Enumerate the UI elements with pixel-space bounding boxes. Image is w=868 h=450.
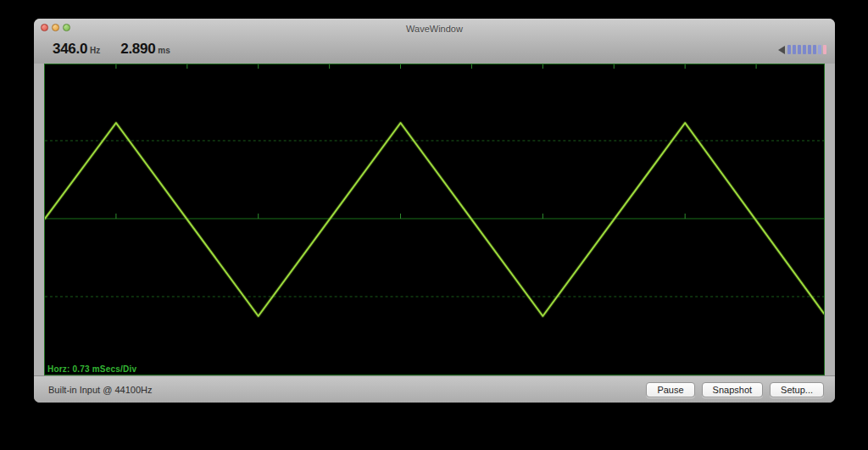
frequency-readout: 346.0 Hz [53,41,100,58]
statusbar: Built-in Input @ 44100Hz Pause Snapshot … [34,375,835,403]
setup-button[interactable]: Setup... [770,382,824,397]
period-unit: ms [158,46,170,55]
input-source-label: Built-in Input @ 44100Hz [48,385,152,395]
traffic-lights [41,24,70,31]
level-meter-segment [793,45,796,54]
horizontal-scale-label: Horz: 0.73 mSecs/Div [47,364,136,374]
pause-button[interactable]: Pause [646,382,694,397]
level-meter-segment [803,45,806,54]
level-meter-segment [808,45,811,54]
input-level-meter [778,45,826,54]
window-header: WaveWindow 346.0 Hz 2.890 ms [34,19,835,64]
measurement-readouts: 346.0 Hz 2.890 ms [53,41,170,58]
oscilloscope-display: Horz: 0.73 mSecs/Div [44,64,825,375]
window-title: WaveWindow [34,19,835,34]
level-meter-segment [787,45,791,54]
speaker-icon [778,46,785,54]
level-meter-segment [818,45,821,54]
level-meter-bars [787,45,826,54]
snapshot-button[interactable]: Snapshot [702,382,763,397]
wavewindow-app-window: WaveWindow 346.0 Hz 2.890 ms Horz: 0.73 … [34,19,835,403]
statusbar-buttons: Pause Snapshot Setup... [646,382,824,397]
level-meter-segment [823,45,826,54]
period-value: 2.890 [120,41,155,58]
close-button[interactable] [41,24,48,31]
level-meter-segment [798,45,801,54]
period-readout: 2.890 ms [120,41,170,58]
desktop-background: { "window": { "title": "WaveWindow" }, "… [0,0,868,450]
level-meter-segment [813,45,816,54]
minimize-button[interactable] [52,24,59,31]
zoom-button[interactable] [63,24,70,31]
titlebar[interactable]: WaveWindow [34,19,835,36]
frequency-value: 346.0 [53,41,87,58]
waveform-plot [45,64,824,375]
frequency-unit: Hz [90,46,100,55]
waveform-trace [45,123,824,316]
